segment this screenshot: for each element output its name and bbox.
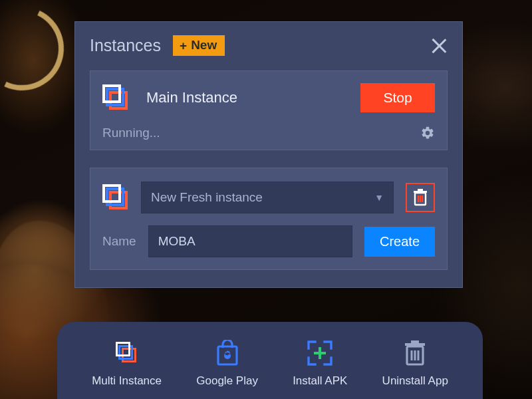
settings-button[interactable]: [420, 126, 435, 140]
dock-install-apk[interactable]: Install APK: [293, 338, 347, 388]
gear-icon: [420, 126, 435, 140]
main-instance-row: Main Instance Stop: [102, 83, 435, 112]
name-input[interactable]: MOBA: [148, 225, 352, 257]
delete-button[interactable]: [406, 183, 435, 212]
trash-icon: [404, 340, 426, 366]
svg-rect-2: [418, 189, 423, 191]
bottom-dock: Multi Instance Google Play Install APK: [57, 322, 483, 399]
dock-multi-instance[interactable]: Multi Instance: [92, 338, 162, 388]
plus-icon: +: [180, 39, 187, 52]
main-instance-status-row: Running...: [102, 126, 435, 140]
shopping-bag-icon: [215, 340, 240, 366]
new-instance-row-2: Name MOBA Create: [102, 225, 435, 257]
dock-label: Uninstall App: [382, 374, 448, 388]
svg-rect-6: [218, 346, 237, 364]
multi-instance-icon: [102, 184, 129, 211]
main-instance-card: Main Instance Stop Running...: [90, 70, 448, 150]
dock-label: Google Play: [196, 374, 258, 388]
close-icon[interactable]: [430, 37, 448, 55]
panel-title: Instances: [90, 36, 161, 55]
create-button[interactable]: Create: [364, 227, 435, 257]
panel-header: Instances + New: [90, 35, 448, 56]
new-instance-card: New Fresh instance ▼ Name MOBA Create: [90, 168, 448, 270]
new-instance-button-label: New: [191, 38, 217, 53]
stop-button[interactable]: Stop: [360, 83, 435, 112]
instances-panel: Instances + New Main Instance Stop Runni…: [74, 21, 463, 288]
instance-name: Main Instance: [146, 89, 237, 106]
status-text: Running...: [102, 126, 160, 140]
dock-label: Multi Instance: [92, 374, 162, 388]
chevron-down-icon: ▼: [374, 192, 384, 203]
svg-rect-1: [414, 191, 427, 193]
new-instance-row-1: New Fresh instance ▼: [102, 182, 435, 213]
multi-instance-icon: [116, 342, 138, 364]
dock-google-play[interactable]: Google Play: [196, 338, 258, 388]
dock-uninstall-app[interactable]: Uninstall App: [382, 338, 448, 388]
dock-label: Install APK: [293, 374, 347, 388]
instance-type-select[interactable]: New Fresh instance ▼: [141, 182, 394, 213]
svg-rect-10: [405, 343, 425, 346]
instance-type-value: New Fresh instance: [151, 190, 263, 205]
multi-instance-icon: [102, 84, 129, 111]
name-label: Name: [102, 234, 136, 249]
svg-rect-11: [411, 340, 419, 343]
install-apk-icon: [307, 340, 333, 366]
new-instance-button[interactable]: + New: [173, 35, 225, 56]
trash-icon: [412, 189, 428, 206]
